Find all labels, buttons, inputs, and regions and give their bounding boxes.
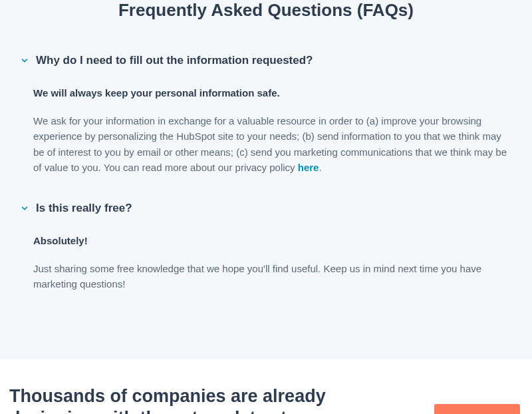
faq-answer-heading: Absolutely! (33, 235, 512, 246)
faq-title: Frequently Asked Questions (FAQs) (20, 0, 512, 54)
faq-answer-body: We ask for your information in exchange … (33, 113, 512, 175)
bottom-headline: Thousands of companies are already desig… (9, 385, 368, 415)
faq-question-toggle[interactable]: Why do I need to fill out the informatio… (20, 54, 512, 67)
faq-question-text: Is this really free? (36, 202, 132, 215)
faq-answer: Absolutely! Just sharing some free knowl… (20, 235, 512, 292)
faq-answer-body: Just sharing some free knowledge that we… (33, 261, 512, 292)
bottom-cta-section: Thousands of companies are already desig… (0, 359, 532, 415)
chevron-down-icon (20, 204, 29, 213)
faq-question-text: Why do I need to fill out the informatio… (36, 54, 313, 67)
faq-item: Why do I need to fill out the informatio… (20, 54, 512, 175)
faq-section: Frequently Asked Questions (FAQs) Why do… (0, 0, 532, 359)
faq-question-toggle[interactable]: Is this really free? (20, 202, 512, 215)
faq-answer-text-post: . (319, 162, 321, 173)
faq-answer: We will always keep your personal inform… (20, 87, 512, 175)
get-yours-now-button[interactable]: Get Yours Now (434, 404, 520, 414)
faq-item: Is this really free? Absolutely! Just sh… (20, 202, 512, 292)
chevron-down-icon (20, 56, 29, 65)
faq-answer-heading: We will always keep your personal inform… (33, 87, 512, 99)
privacy-policy-link[interactable]: here (298, 162, 319, 173)
faq-answer-text-pre: We ask for your information in exchange … (33, 115, 507, 173)
faq-answer-text-pre: Just sharing some free knowledge that we… (33, 263, 481, 290)
